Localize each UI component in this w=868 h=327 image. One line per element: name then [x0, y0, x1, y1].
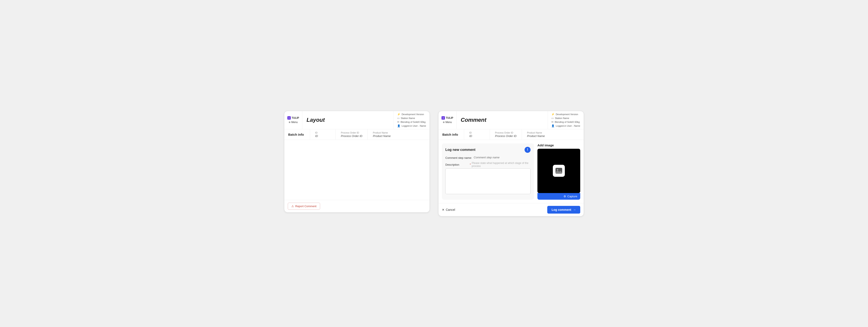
- comment-blending-info-label: Blending of SolidX 60kg: [555, 121, 580, 123]
- version-icon: ⚡: [397, 113, 400, 116]
- comment-blending-icon: ✉: [551, 121, 554, 124]
- comment-field-value-product-name: Product Name: [527, 134, 545, 138]
- dev-version-label: Development Version: [402, 113, 424, 116]
- page-wrapper: ♦ TULIP ≡ Menu Layout ⚡ Development Vers…: [284, 111, 584, 216]
- user-icon: 👤: [397, 124, 400, 127]
- layout-header-right: ⚡ Development Version ▭ Station Name ✉ B…: [394, 111, 430, 129]
- image-svg: [555, 168, 562, 174]
- alert-icon: !: [525, 147, 531, 153]
- blending-info-label: Blending of SolidX 60kg: [401, 121, 426, 123]
- image-placeholder-icon: [553, 165, 565, 177]
- comment-field-value-id: ID: [469, 134, 485, 138]
- field-value-process-order: Process Order ID: [341, 134, 362, 138]
- comment-station-icon: ▭: [551, 117, 554, 120]
- comment-field-value-process-order: Process Order ID: [495, 134, 517, 138]
- layout-title: Layout: [307, 117, 325, 123]
- comment-batch-label: Batch info: [438, 129, 464, 140]
- comment-step-label: Comment step name:: [445, 156, 472, 159]
- blending-row: ✉ Blending of SolidX 60kg: [397, 121, 426, 124]
- comment-header-right: ⚡ Development Version ▭ Station Name ✉ B…: [548, 111, 584, 129]
- station-row: ▭ Station Name: [397, 117, 426, 120]
- menu-button[interactable]: ≡ Menu: [289, 121, 298, 124]
- comment-batch-bar: Batch info ID ID Process Order ID Proces…: [438, 129, 584, 140]
- dev-version-row: ⚡ Development Version: [397, 113, 426, 116]
- description-row: Description * Please state what happened…: [445, 162, 531, 194]
- comment-footer: ✕ Cancel Log comment →: [438, 203, 584, 216]
- comment-menu-button[interactable]: ≡ Menu: [443, 121, 452, 124]
- comment-step-value: Comment step name: [474, 156, 499, 159]
- comment-station-name-label: Station Name: [555, 117, 569, 120]
- cancel-label: Cancel: [446, 208, 455, 211]
- comment-field-id: ID ID: [464, 129, 490, 140]
- tulip-logo: ♦ TULIP: [287, 116, 299, 120]
- log-comment-section: Log new comment ! Comment step name: Com…: [442, 143, 534, 200]
- station-icon: ▭: [397, 117, 400, 120]
- logged-in-user-label: Logged-in User - Name: [402, 125, 426, 127]
- field-header-process-order: Process Order ID: [341, 131, 362, 134]
- comment-field-header-id: ID: [469, 131, 485, 134]
- field-value-product-name: Product Name: [373, 134, 391, 138]
- field-value-id: ID: [315, 134, 330, 138]
- log-comment-label: Log comment: [552, 208, 571, 211]
- layout-header-left: ♦ TULIP ≡ Menu: [284, 111, 302, 129]
- capture-button[interactable]: ⚙ Capture: [537, 193, 580, 200]
- comment-version-icon: ⚡: [551, 113, 555, 116]
- comment-tulip-label: TULIP: [446, 117, 453, 120]
- svg-point-1: [557, 169, 558, 170]
- comment-title: Comment: [461, 117, 487, 123]
- description-label: Description: [445, 163, 469, 166]
- warning-icon: ⚠: [291, 205, 294, 208]
- field-header-product-name: Product Name: [373, 131, 391, 134]
- comment-station-row: ▭ Station Name: [551, 117, 580, 120]
- comment-user-icon: 👤: [551, 124, 555, 127]
- comment-field-process-order: Process Order ID Process Order ID: [490, 129, 522, 140]
- comment-logged-in-user-label: Logged-in User - Name: [556, 125, 580, 127]
- comment-body: Log new comment ! Comment step name: Com…: [438, 140, 584, 203]
- log-comment-button[interactable]: Log comment →: [547, 206, 580, 214]
- comment-field-header-product-name: Product Name: [527, 131, 545, 134]
- menu-icon: ≡: [289, 121, 290, 124]
- tulip-label: TULIP: [291, 117, 299, 120]
- comment-step-row: Comment step name: Comment step name: [445, 156, 531, 159]
- log-comment-arrow-icon: →: [573, 208, 576, 211]
- comment-blending-row: ✉ Blending of SolidX 60kg: [551, 121, 580, 124]
- comment-header-left: ♦ TULIP ≡ Menu: [438, 111, 457, 129]
- comment-field-product-name: Product Name Product Name: [522, 129, 550, 140]
- blending-icon: ✉: [397, 121, 399, 124]
- log-comment-header: Log new comment !: [445, 147, 531, 153]
- description-placeholder: Please state what happened at which stag…: [472, 162, 531, 168]
- cancel-x-icon: ✕: [442, 208, 444, 211]
- comment-dev-version-label: Development Version: [556, 113, 578, 116]
- description-textarea[interactable]: [445, 168, 531, 194]
- comment-panel: ♦ TULIP ≡ Menu Comment ⚡ Development Ver…: [438, 111, 584, 216]
- capture-gear-icon: ⚙: [563, 195, 566, 198]
- description-label-row: Description * Please state what happened…: [445, 162, 531, 168]
- log-comment-title: Log new comment: [445, 148, 475, 152]
- layout-body: [284, 140, 430, 200]
- cancel-button[interactable]: ✕ Cancel: [442, 208, 455, 211]
- layout-batch-bar: Batch info ID ID Process Order ID Proces…: [284, 129, 430, 140]
- comment-tulip-icon: ♦: [441, 116, 445, 120]
- add-image-title: Add image: [537, 143, 580, 147]
- comment-field-header-process-order: Process Order ID: [495, 131, 517, 134]
- station-name-label: Station Name: [401, 117, 415, 120]
- layout-batch-fields: ID ID Process Order ID Process Order ID …: [310, 129, 430, 140]
- comment-user-row: 👤 Logged-in User - Name: [551, 124, 580, 127]
- image-preview: [537, 149, 580, 193]
- report-comment-label: Report Comment: [295, 205, 316, 208]
- report-comment-button[interactable]: ⚠ Report Comment: [288, 203, 320, 210]
- user-row: 👤 Logged-in User - Name: [397, 124, 426, 127]
- comment-dev-version-row: ⚡ Development Version: [551, 113, 580, 116]
- layout-header: ♦ TULIP ≡ Menu Layout ⚡ Development Vers…: [284, 111, 430, 129]
- field-header-id: ID: [315, 131, 330, 134]
- layout-footer: ⚠ Report Comment: [284, 200, 430, 212]
- comment-header-title: Comment: [457, 111, 548, 129]
- tulip-icon: ♦: [287, 116, 291, 120]
- comment-menu-icon: ≡: [443, 121, 444, 124]
- layout-header-title: Layout: [302, 111, 394, 129]
- required-asterisk: *: [470, 163, 471, 166]
- comment-tulip-logo: ♦ TULIP: [441, 116, 453, 120]
- batch-label: Batch info: [284, 129, 310, 140]
- layout-panel: ♦ TULIP ≡ Menu Layout ⚡ Development Vers…: [284, 111, 430, 212]
- layout-field-process-order: Process Order ID Process Order ID: [336, 129, 368, 140]
